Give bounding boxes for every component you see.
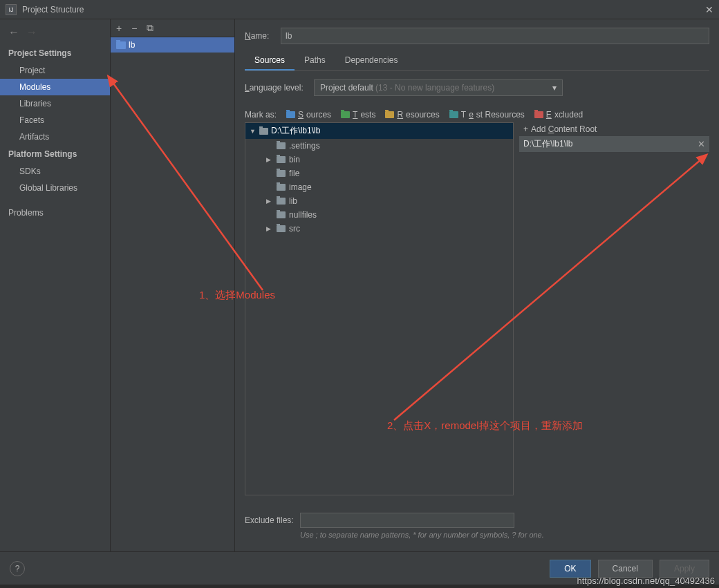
sidebar-item-facets[interactable]: Facets <box>0 112 110 129</box>
sidebar-item-artifacts[interactable]: Artifacts <box>0 129 110 145</box>
sidebar-item-project[interactable]: Project <box>0 62 110 79</box>
tree-node-label: file <box>289 169 299 178</box>
sidebar-item-problems[interactable]: Problems <box>0 205 110 221</box>
watermark: https://blog.csdn.net/qq_40492436 <box>577 576 716 586</box>
tab-sources[interactable]: Sources <box>245 51 295 70</box>
folder-icon <box>277 170 286 177</box>
folder-icon <box>277 156 286 163</box>
sidebar: ← → Project Settings Project Modules Lib… <box>0 19 111 551</box>
tree-root-label: D:\工作\lb1\lb <box>271 125 320 137</box>
add-content-root-button[interactable]: + Add Content Root <box>519 122 709 136</box>
expander-icon[interactable]: ▶ <box>266 198 273 205</box>
exclude-files-hint: Use ; to separate name patterns, * for a… <box>300 531 544 539</box>
project-settings-header: Project Settings <box>0 44 110 62</box>
folder-icon <box>259 128 268 135</box>
module-tabs: Sources Paths Dependencies <box>245 51 709 71</box>
tab-paths[interactable]: Paths <box>295 51 335 70</box>
folder-icon <box>277 198 286 205</box>
ok-button[interactable]: OK <box>550 560 590 578</box>
tree-node[interactable]: file <box>245 167 513 180</box>
tree-node[interactable]: image <box>245 180 513 194</box>
module-folder-icon <box>116 41 126 49</box>
language-level-select[interactable]: Project default (13 - No new language fe… <box>314 79 563 96</box>
expander-icon[interactable]: ▶ <box>266 156 273 163</box>
module-list: + − ⧉ lb <box>111 19 235 551</box>
exclude-files-label: Exclude files: <box>245 515 296 525</box>
window-title: Project Structure <box>22 5 705 15</box>
apply-button[interactable]: Apply <box>660 560 709 578</box>
copy-module-icon[interactable]: ⧉ <box>147 22 153 34</box>
tree-root[interactable]: ▼ D:\工作\lb1\lb <box>245 123 513 139</box>
tree-node-label: lib <box>289 196 297 206</box>
sidebar-item-libraries[interactable]: Libraries <box>0 95 110 112</box>
exclude-files-input[interactable] <box>300 513 514 528</box>
tab-dependencies[interactable]: Dependencies <box>335 51 408 70</box>
remove-module-icon[interactable]: − <box>131 23 137 34</box>
nav-forward-icon: → <box>26 26 37 39</box>
mark-excluded[interactable]: Excluded <box>534 110 583 120</box>
content-root-entry[interactable]: D:\工作\lb1\lb ✕ <box>519 136 709 152</box>
tree-node-label: nullfiles <box>289 210 317 220</box>
nav-back-icon[interactable]: ← <box>8 26 19 39</box>
titlebar: IJ Project Structure ✕ <box>0 0 719 19</box>
source-tree[interactable]: ▼ D:\工作\lb1\lb .settings▶binfileimage▶li… <box>245 122 514 495</box>
platform-settings-header: Platform Settings <box>0 145 110 163</box>
tree-node[interactable]: ▶lib <box>245 194 513 208</box>
module-name-input[interactable] <box>281 28 709 44</box>
tree-node-label: image <box>289 182 312 192</box>
tree-node-label: src <box>289 224 300 234</box>
sidebar-item-modules[interactable]: Modules <box>0 79 110 95</box>
tree-node-label: bin <box>289 155 300 164</box>
plus-icon: + <box>523 124 528 134</box>
module-name: lb <box>129 40 135 50</box>
tree-node[interactable]: .settings <box>245 139 513 153</box>
folder-icon <box>277 225 286 232</box>
cancel-button[interactable]: Cancel <box>598 560 653 578</box>
chevron-down-icon: ▾ <box>552 83 557 93</box>
content-root-path: D:\工作\lb1\lb <box>523 138 572 150</box>
app-icon: IJ <box>6 4 17 15</box>
expander-icon[interactable]: ▶ <box>266 225 273 232</box>
mark-sources[interactable]: Sources <box>286 110 331 120</box>
folder-icon <box>277 211 286 218</box>
close-icon[interactable]: ✕ <box>705 4 713 15</box>
mark-tests[interactable]: Tests <box>341 110 375 120</box>
module-content: Name: Sources Paths Dependencies Languag… <box>235 19 719 551</box>
tree-node[interactable]: ▶bin <box>245 153 513 167</box>
name-label: Name: <box>245 31 281 41</box>
folder-icon <box>277 142 286 149</box>
tree-node-label: .settings <box>289 141 320 151</box>
add-module-icon[interactable]: + <box>116 23 122 34</box>
mark-test-resources[interactable]: Test Resources <box>449 110 525 120</box>
help-button[interactable]: ? <box>10 561 25 576</box>
content-roots-panel: + Add Content Root D:\工作\lb1\lb ✕ <box>519 122 709 495</box>
module-entry-lb[interactable]: lb <box>111 37 234 53</box>
mark-as-label: Mark as: <box>245 110 277 120</box>
language-level-label: Language level: <box>245 83 314 93</box>
folder-icon <box>277 184 286 191</box>
tree-node[interactable]: ▶src <box>245 222 513 236</box>
expander-icon[interactable]: ▼ <box>250 128 256 135</box>
sidebar-item-sdks[interactable]: SDKs <box>0 163 110 180</box>
tree-node[interactable]: nullfiles <box>245 208 513 222</box>
mark-resources[interactable]: Resources <box>385 110 439 120</box>
remove-content-root-icon[interactable]: ✕ <box>698 139 705 149</box>
sidebar-item-global-libraries[interactable]: Global Libraries <box>0 180 110 196</box>
